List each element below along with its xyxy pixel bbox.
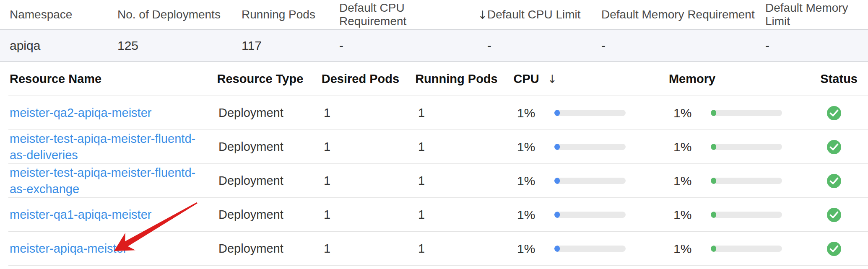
resource-row: meister-test-apiqa-meister-fluentd-as-de… (0, 130, 868, 164)
memory-usage-fill (711, 246, 716, 252)
resource-row: meister-qa2-apiqa-meister Deployment 1 1… (0, 96, 868, 130)
deployments-count: 125 (117, 39, 242, 53)
cpu-percent: 1% (517, 106, 554, 120)
resource-type: Deployment (218, 208, 324, 222)
desired-pods: 1 (324, 140, 418, 154)
col-running-pods: Running Pods (242, 8, 339, 21)
resource-name-link[interactable]: meister-apiqa-meister (10, 241, 127, 256)
col-resource-name: Resource Name (10, 72, 217, 86)
resource-row: meister-qa1-apiqa-meister Deployment 1 1… (0, 198, 868, 232)
status-ok-icon (827, 106, 841, 120)
col-desired-pods: Desired Pods (322, 72, 415, 86)
running-pods: 1 (418, 106, 517, 120)
default-cpu-requirement-value: - (339, 39, 487, 53)
desired-pods: 1 (324, 208, 418, 222)
resource-name-link[interactable]: meister-test-apiqa-meister-fluentd-as-de… (10, 131, 207, 163)
cpu-usage-fill (554, 246, 560, 252)
memory-usage-bar (711, 246, 782, 252)
resource-name-link[interactable]: meister-qa2-apiqa-meister (10, 105, 151, 121)
col-default-cpu-requirement[interactable]: Default CPU Requirement ↓ (339, 1, 487, 28)
running-pods: 1 (418, 140, 517, 154)
memory-usage-fill (711, 110, 716, 116)
cpu-usage-bar (554, 178, 626, 184)
resource-row: meister-test-apiqa-meister-fluentd-as-ex… (0, 164, 868, 198)
sort-descending-icon[interactable]: ↓ (548, 72, 557, 85)
running-pods-count: 117 (242, 39, 339, 53)
cpu-usage-bar (554, 246, 626, 252)
namespace-row: apiqa 125 117 - - - - (0, 30, 868, 62)
col-memory: Memory (669, 72, 820, 86)
col-cpu[interactable]: CPU ↓ (514, 72, 669, 86)
status-ok-icon (827, 174, 841, 188)
resource-name-link[interactable]: meister-test-apiqa-meister-fluentd-as-ex… (10, 165, 207, 197)
col-no-of-deployments: No. of Deployments (117, 8, 242, 21)
resource-type: Deployment (218, 174, 324, 188)
resource-type: Deployment (218, 140, 324, 154)
cpu-percent: 1% (517, 140, 554, 154)
default-cpu-limit-value: - (487, 39, 601, 53)
namespace-value: apiqa (10, 39, 117, 53)
desired-pods: 1 (324, 174, 418, 188)
memory-percent: 1% (673, 106, 711, 120)
cpu-usage-fill (554, 144, 560, 150)
col-resource-type: Resource Type (217, 72, 322, 86)
memory-percent: 1% (673, 140, 711, 154)
cpu-usage-fill (554, 178, 560, 184)
status-ok-icon (827, 242, 841, 256)
cpu-percent: 1% (517, 174, 554, 188)
resource-name-link[interactable]: meister-qa1-apiqa-meister (10, 207, 151, 222)
col-default-memory-limit: Default Memory Limit (765, 1, 868, 28)
memory-percent: 1% (673, 208, 711, 222)
cpu-usage-bar (554, 212, 626, 218)
resource-type: Deployment (218, 106, 324, 120)
cpu-percent: 1% (517, 242, 554, 256)
status-ok-icon (827, 140, 841, 154)
desired-pods: 1 (324, 106, 418, 120)
running-pods: 1 (418, 242, 517, 256)
col-running-pods: Running Pods (415, 72, 513, 86)
cpu-usage-bar (554, 110, 626, 116)
col-status: Status (820, 72, 868, 86)
sort-descending-icon[interactable]: ↓ (478, 8, 487, 21)
memory-usage-bar (711, 178, 782, 184)
running-pods: 1 (418, 174, 517, 188)
memory-usage-fill (711, 144, 716, 150)
memory-percent: 1% (673, 174, 711, 188)
namespace-table-header: Namespace No. of Deployments Running Pod… (0, 0, 868, 30)
memory-usage-bar (711, 110, 782, 116)
col-default-memory-requirement: Default Memory Requirement (601, 8, 765, 21)
cpu-percent: 1% (517, 208, 554, 222)
memory-percent: 1% (673, 242, 711, 256)
memory-usage-bar (711, 212, 782, 218)
memory-usage-fill (711, 212, 716, 218)
resource-row: meister-apiqa-meister Deployment 1 1 1% … (0, 232, 868, 266)
default-memory-requirement-value: - (601, 39, 765, 53)
running-pods: 1 (418, 208, 517, 222)
cpu-usage-bar (554, 144, 626, 150)
memory-usage-bar (711, 144, 782, 150)
memory-usage-fill (711, 178, 716, 184)
default-memory-limit-value: - (765, 39, 868, 53)
desired-pods: 1 (324, 242, 418, 256)
status-ok-icon (827, 208, 841, 222)
col-default-cpu-limit: Default CPU Limit (487, 8, 601, 21)
cpu-usage-fill (554, 212, 560, 218)
resource-type: Deployment (218, 242, 324, 256)
col-namespace: Namespace (10, 8, 117, 21)
resources-table-header: Resource Name Resource Type Desired Pods… (0, 62, 868, 96)
cpu-usage-fill (554, 110, 560, 116)
